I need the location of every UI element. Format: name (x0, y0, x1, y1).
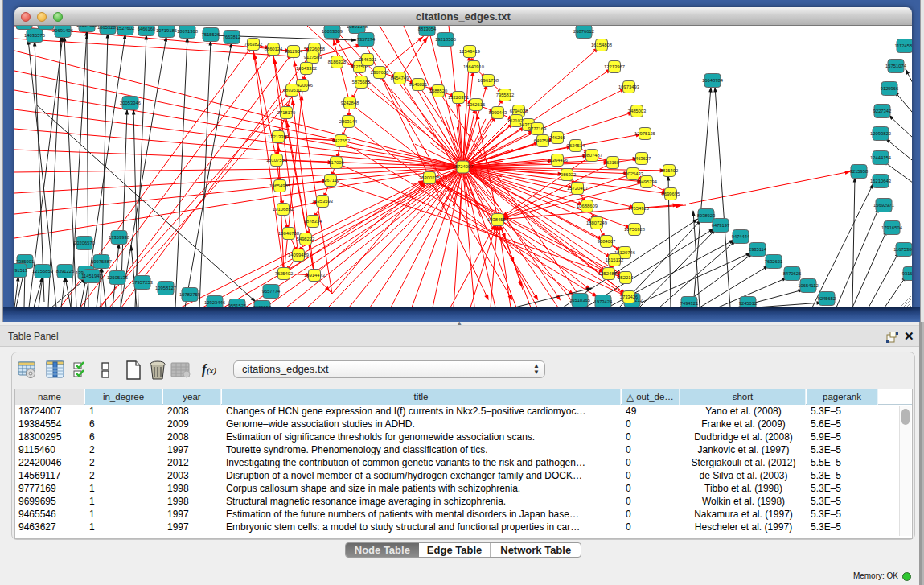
svg-text:11124580: 11124580 (895, 43, 912, 48)
svg-text:16648784: 16648784 (702, 78, 724, 83)
svg-text:7986322: 7986322 (558, 172, 577, 177)
svg-text:17957253: 17957253 (132, 280, 153, 285)
svg-text:19106852: 19106852 (273, 207, 294, 212)
svg-text:12156859: 12156859 (32, 269, 53, 274)
svg-text:2367608: 2367608 (371, 70, 389, 75)
svg-text:1973424: 1973424 (594, 299, 613, 304)
svg-text:8990443: 8990443 (489, 110, 507, 115)
svg-text:25300275: 25300275 (419, 175, 440, 180)
svg-text:12923446: 12923446 (204, 300, 225, 305)
svg-text:7632621: 7632621 (765, 259, 783, 264)
svg-text:16961758: 16961758 (478, 78, 499, 83)
svg-text:19218506: 19218506 (435, 37, 456, 42)
svg-text:7625402: 7625402 (275, 271, 294, 276)
svg-text:10107553: 10107553 (266, 158, 287, 163)
svg-text:9878334: 9878334 (304, 219, 322, 224)
svg-text:12093822: 12093822 (870, 131, 891, 136)
svg-text:1527602: 1527602 (117, 26, 135, 31)
svg-text:8454749: 8454749 (391, 76, 409, 80)
svg-text:9316035: 9316035 (902, 271, 912, 276)
svg-text:1362615: 1362615 (467, 102, 486, 107)
svg-text:12213383: 12213383 (268, 134, 289, 139)
svg-text:16640910: 16640910 (463, 64, 484, 69)
svg-text:10807487: 10807487 (581, 153, 602, 158)
svg-text:11451947: 11451947 (81, 274, 101, 278)
svg-text:90975887: 90975887 (91, 259, 112, 264)
svg-text:10756928: 10756928 (624, 227, 645, 232)
svg-text:9551525: 9551525 (228, 303, 247, 307)
svg-text:14035575: 14035575 (24, 33, 45, 38)
svg-text:16518365: 16518365 (569, 298, 590, 303)
svg-text:53226058: 53226058 (304, 47, 325, 51)
svg-text:6794028: 6794028 (510, 109, 528, 113)
svg-text:6466160: 6466160 (138, 27, 156, 31)
svg-text:8660124: 8660124 (265, 47, 283, 51)
svg-text:3624514: 3624514 (567, 143, 585, 148)
svg-text:8391226: 8391226 (56, 269, 75, 274)
svg-text:9245012: 9245012 (739, 301, 758, 306)
svg-text:1615132: 1615132 (606, 257, 624, 262)
svg-text:10046708: 10046708 (278, 231, 299, 236)
svg-text:8099553: 8099553 (253, 305, 272, 307)
svg-text:18671368: 18671368 (177, 29, 198, 34)
svg-text:7515526: 7515526 (202, 32, 220, 37)
svg-text:746266: 746266 (549, 135, 565, 140)
svg-text:8186328: 8186328 (328, 60, 347, 64)
svg-text:7955812: 7955812 (496, 93, 515, 97)
svg-text:19891378: 19891378 (347, 26, 368, 29)
svg-text:16033809: 16033809 (322, 29, 343, 34)
svg-text:1588520: 1588520 (429, 89, 448, 93)
svg-text:7546321: 7546321 (359, 57, 377, 62)
svg-text:20691406: 20691406 (52, 28, 73, 33)
svg-text:15720407: 15720407 (567, 186, 588, 191)
svg-text:26876612: 26876612 (573, 29, 594, 34)
svg-text:12543419: 12543419 (459, 49, 480, 54)
svg-text:14099489: 14099489 (288, 253, 309, 257)
svg-text:12975125: 12975125 (634, 131, 655, 136)
svg-text:9474444: 9474444 (732, 234, 750, 239)
svg-text:5875685: 5875685 (352, 80, 371, 84)
svg-text:9242848: 9242848 (341, 101, 359, 105)
svg-text:2718170: 2718170 (277, 110, 296, 115)
svg-text:19384554: 19384554 (487, 217, 509, 222)
svg-text:1733426: 1733426 (620, 295, 639, 299)
svg-text:13524861: 13524861 (598, 271, 619, 276)
svg-text:20206570: 20206570 (74, 241, 95, 245)
svg-text:7485003: 7485003 (628, 109, 647, 113)
svg-text:16210643: 16210643 (870, 179, 891, 183)
svg-text:15751074: 15751074 (885, 64, 907, 68)
svg-text:17654925: 17654925 (628, 206, 649, 211)
svg-text:15353593: 15353593 (312, 199, 333, 204)
svg-text:8813054: 8813054 (418, 27, 437, 31)
svg-text:9699695: 9699695 (662, 192, 680, 196)
svg-text:3215958: 3215958 (850, 169, 869, 174)
svg-text:9084067: 9084067 (598, 239, 616, 244)
svg-text:8938923: 8938923 (697, 213, 716, 218)
svg-text:17916504: 17916504 (881, 225, 903, 230)
svg-text:11675300: 11675300 (893, 247, 912, 252)
svg-text:18807249: 18807249 (586, 220, 607, 225)
svg-text:252214: 252214 (618, 275, 634, 280)
svg-text:6479197: 6479197 (712, 223, 730, 228)
svg-text:19654985: 19654985 (269, 183, 290, 188)
svg-text:19495794: 19495794 (636, 179, 658, 184)
svg-text:2935114: 2935114 (749, 247, 767, 252)
svg-text:10025433: 10025433 (622, 171, 643, 176)
svg-text:7663822: 7663822 (244, 42, 263, 47)
svg-text:16154808: 16154808 (591, 43, 612, 47)
svg-text:9893610: 9893610 (283, 88, 302, 93)
svg-text:21364436: 21364436 (547, 158, 568, 163)
svg-text:9657774: 9657774 (262, 289, 281, 294)
svg-text:9127509: 9127509 (304, 55, 322, 60)
svg-text:9129966: 9129966 (881, 86, 899, 91)
svg-text:18724007: 18724007 (453, 164, 474, 169)
svg-text:17359938: 17359938 (109, 235, 129, 240)
svg-text:10653287: 10653287 (97, 26, 118, 30)
svg-text:9245652: 9245652 (818, 296, 836, 301)
svg-text:7494321: 7494321 (680, 301, 699, 306)
svg-text:12213967: 12213967 (604, 64, 625, 69)
svg-text:9463627: 9463627 (633, 156, 651, 161)
svg-text:15692971: 15692971 (873, 203, 894, 208)
svg-text:9227342: 9227342 (873, 109, 892, 113)
svg-text:2803144: 2803144 (339, 119, 358, 124)
